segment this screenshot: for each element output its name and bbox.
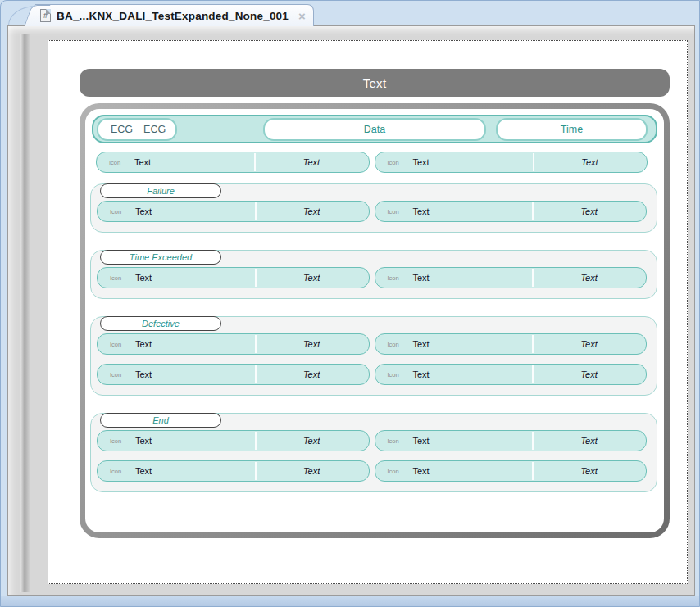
status-item[interactable]: Icon Text Text	[97, 430, 370, 451]
icon-placeholder: Icon	[388, 274, 399, 282]
status-item[interactable]: Icon Text Text	[97, 460, 370, 482]
section-label-pill[interactable]: Defective	[100, 316, 221, 331]
section-group: Failure Icon Text Text Icon Text Text	[90, 183, 657, 233]
item-row: Icon Text Text Icon Text Text	[97, 460, 647, 482]
item-text: Text	[413, 157, 430, 167]
data-label: Data	[364, 124, 385, 135]
item-value: Text	[532, 273, 646, 283]
status-item[interactable]: Icon Text Text	[375, 333, 648, 355]
item-value: Text	[532, 466, 646, 476]
section-label: End	[152, 415, 169, 425]
status-item[interactable]: Icon Text Text	[375, 460, 648, 482]
status-item[interactable]: Icon Text Text	[97, 364, 370, 385]
item-text: Text	[413, 369, 430, 379]
time-field[interactable]: Time	[496, 118, 648, 141]
item-value: Text	[532, 206, 646, 216]
designer-panel: Text ECG ECG Data Time	[7, 25, 695, 596]
section-label-pill[interactable]: End	[100, 413, 221, 428]
window-bottom-frame	[1, 596, 699, 606]
item-value: Text	[255, 466, 369, 476]
section-group: End Icon Text Text Icon Text Text Icon T…	[90, 413, 657, 492]
item-row: Icon Text Text Icon Text Text	[97, 430, 647, 451]
section-group: Time Exceeded Icon Text Text Icon Text T…	[90, 250, 657, 299]
status-item[interactable]: Icon Text Text	[375, 430, 648, 451]
status-item[interactable]: Icon Text Text	[375, 201, 648, 222]
icon-placeholder: Icon	[388, 437, 399, 445]
item-text: Text	[135, 466, 152, 476]
item-value: Text	[255, 339, 369, 349]
item-row: Icon Text Text Icon Text Text	[97, 267, 647, 288]
status-item[interactable]: Icon Text Text	[375, 152, 648, 173]
icon-placeholder: Icon	[110, 208, 121, 215]
document-window: # BA_...KNX_DALI_TestExpanded_None_001 ×…	[0, 0, 700, 607]
icon-placeholder: Icon	[388, 341, 399, 348]
item-text: Text	[135, 273, 152, 283]
item-text: Text	[135, 339, 152, 349]
item-text: Text	[413, 466, 430, 476]
icon-placeholder: Icon	[388, 468, 399, 475]
section-label: Failure	[147, 186, 175, 196]
section-label: Time Exceeded	[130, 252, 192, 262]
design-canvas[interactable]: Text ECG ECG Data Time	[48, 40, 688, 584]
status-item[interactable]: Icon Text Text	[96, 152, 370, 173]
section-label: Defective	[142, 319, 180, 328]
tab-bar: # BA_...KNX_DALI_TestExpanded_None_001 ×	[1, 1, 699, 25]
item-text: Text	[135, 436, 152, 446]
icon-placeholder: Icon	[110, 468, 121, 475]
left-gutter-ridge	[20, 34, 30, 592]
status-item[interactable]: Icon Text Text	[375, 267, 648, 288]
icon-placeholder: Icon	[388, 208, 399, 215]
screenshot-root: { "tab": { "icon_glyph": "#", "title": "…	[0, 0, 700, 607]
ecg-label-1: ECG	[111, 124, 133, 135]
ecg-button[interactable]: ECG ECG	[97, 118, 177, 141]
sections-area: Icon Text Text Icon Text Text Failure Ic…	[85, 152, 664, 492]
tab-close-icon[interactable]: ×	[298, 10, 306, 22]
item-text: Text	[135, 206, 152, 216]
icon-placeholder: Icon	[109, 159, 120, 166]
document-tab[interactable]: # BA_...KNX_DALI_TestExpanded_None_001 ×	[35, 4, 314, 26]
item-value: Text	[533, 157, 647, 167]
data-field[interactable]: Data	[263, 118, 486, 141]
item-text: Text	[135, 369, 152, 379]
header-bar[interactable]: Text	[80, 69, 670, 97]
main-container[interactable]: ECG ECG Data Time Icon Text Text Icon	[80, 103, 670, 538]
item-row: Icon Text Text Icon Text Text	[96, 152, 648, 173]
item-value: Text	[532, 339, 646, 349]
item-row: Icon Text Text Icon Text Text	[97, 364, 647, 385]
status-item[interactable]: Icon Text Text	[97, 333, 370, 355]
icon-placeholder: Icon	[110, 371, 121, 378]
icon-placeholder: Icon	[110, 437, 121, 445]
status-item[interactable]: Icon Text Text	[375, 364, 648, 385]
item-text: Text	[413, 436, 430, 446]
item-text: Text	[413, 339, 430, 349]
section-group: Defective Icon Text Text Icon Text Text …	[90, 316, 657, 396]
main-container-inner: ECG ECG Data Time Icon Text Text Icon	[85, 109, 664, 532]
item-value: Text	[255, 369, 369, 379]
item-value: Text	[532, 436, 646, 446]
header-label: Text	[363, 76, 387, 90]
icon-placeholder: Icon	[388, 159, 399, 166]
ecg-label-2: ECG	[143, 124, 166, 135]
top-row[interactable]: ECG ECG Data Time	[92, 115, 657, 143]
document-hash-icon: #	[40, 9, 51, 22]
item-text: Text	[134, 157, 151, 167]
tab-title: BA_...KNX_DALI_TestExpanded_None_001	[57, 10, 289, 22]
item-value: Text	[532, 369, 646, 379]
section-label-pill[interactable]: Time Exceeded	[100, 250, 221, 265]
item-value: Text	[254, 157, 368, 167]
item-value: Text	[255, 436, 369, 446]
time-label: Time	[561, 124, 583, 135]
status-item[interactable]: Icon Text Text	[97, 201, 370, 222]
item-value: Text	[255, 273, 369, 283]
item-row: Icon Text Text Icon Text Text	[97, 333, 647, 355]
icon-placeholder: Icon	[110, 274, 121, 282]
icon-placeholder: Icon	[110, 341, 121, 348]
item-row: Icon Text Text Icon Text Text	[97, 201, 647, 222]
icon-placeholder: Icon	[388, 371, 399, 378]
item-text: Text	[413, 273, 430, 283]
status-item[interactable]: Icon Text Text	[97, 267, 370, 288]
section-label-pill[interactable]: Failure	[100, 183, 221, 198]
item-text: Text	[413, 206, 430, 216]
item-value: Text	[255, 206, 369, 216]
